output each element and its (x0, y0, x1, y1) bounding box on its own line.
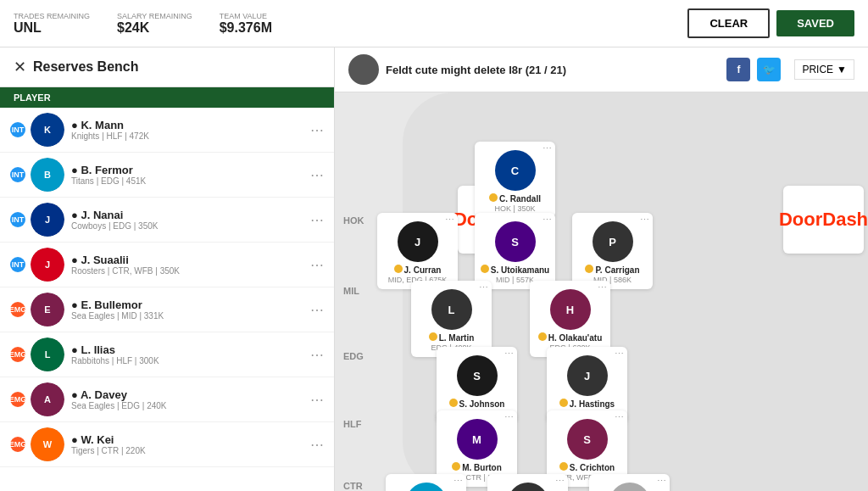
player-name: ● W. Kei (71, 433, 303, 446)
card-options-icon[interactable]: ⋯ (555, 476, 565, 487)
team-value: $9.376M (220, 20, 272, 36)
player-options-icon[interactable]: ⋯ (310, 392, 324, 408)
jersey-circle: B (31, 158, 64, 192)
field-card-martin: ⋯ L L. Martin EDG | 499K (411, 281, 492, 357)
card-avatar: H (550, 289, 591, 330)
team-avatar (348, 54, 379, 85)
card-options-icon[interactable]: ⋯ (598, 282, 607, 293)
player-name: ● E. Bullemor (71, 299, 303, 311)
sidebar: ✕ Reserves Bench PLAYER INT K ● K. Mann … (0, 47, 335, 491)
player-team: Cowboys | EDG | 350K (71, 221, 303, 231)
card-options-icon[interactable]: ⋯ (504, 412, 514, 423)
player-options-icon[interactable]: ⋯ (310, 437, 324, 453)
player-options-icon[interactable]: ⋯ (310, 347, 324, 363)
card-avatar: J (567, 355, 608, 396)
jersey-circle: J (31, 203, 64, 237)
card-name: L. Martin (415, 332, 488, 343)
player-info: ● J. Nanai Cowboys | EDG | 350K (71, 209, 303, 231)
list-item: EMG A ● A. Davey Sea Eagles | EDG | 240K… (0, 377, 334, 422)
card-options-icon[interactable]: ⋯ (615, 349, 624, 360)
card-name: J. Hastings (550, 399, 624, 409)
twitter-button[interactable]: 🐦 (757, 58, 781, 81)
card-options-icon[interactable]: ⋯ (542, 143, 552, 154)
field-card-olakauatu: ⋯ H H. Olakau'atu EDG | 620K (530, 281, 610, 357)
field-card-randall: ⋯ C C. Randall HOK | 350K (475, 142, 555, 218)
player-avatar: A (31, 382, 64, 416)
card-options-icon[interactable]: ⋯ (453, 476, 463, 487)
trades-stat: TRADES REMAINING UNL (14, 12, 90, 36)
card-options-icon[interactable]: ⋯ (640, 215, 649, 226)
player-options-icon[interactable]: ⋯ (310, 302, 324, 318)
player-badge: INT (10, 122, 25, 137)
sidebar-close-icon[interactable]: ✕ (14, 58, 26, 76)
player-name: ● K. Mann (71, 119, 303, 131)
player-avatar: W (31, 427, 64, 461)
price-dropdown[interactable]: PRICE ▼ (794, 59, 854, 80)
card-avatar: M (457, 419, 498, 460)
main-layout: ✕ Reserves Bench PLAYER INT K ● K. Mann … (0, 47, 868, 491)
player-options-icon[interactable]: ⋯ (310, 122, 324, 138)
field-card-curran: ⋯ J J. Curran MID, EDG | 675K (377, 213, 458, 289)
price-label: PRICE (802, 64, 833, 75)
player-badge: INT (10, 212, 25, 227)
salary-value: $24K (117, 20, 192, 36)
player-info: ● A. Davey Sea Eagles | EDG | 240K (71, 388, 303, 410)
list-item: INT K ● K. Mann Knights | HLF | 472K ⋯ (0, 108, 334, 153)
card-avatar: P (593, 221, 633, 262)
salary-stat: SALARY REMAINING $24K (117, 12, 192, 36)
player-team: Roosters | CTR, WFB | 350K (71, 266, 303, 276)
player-team: Sea Eagles | EDG | 240K (71, 401, 303, 410)
field-card-papenhuyzen: ⋯ R R. Papenhuyzen WFB | 636K (487, 474, 568, 491)
saved-button[interactable]: SAVED (776, 10, 854, 36)
player-info: ● K. Mann Knights | HLF | 472K (71, 119, 303, 141)
facebook-button[interactable]: f (726, 58, 750, 81)
card-options-icon[interactable]: ⋯ (479, 282, 488, 293)
field-top-bar: Feldt cute might delete l8r (21 / 21) f … (335, 47, 868, 92)
card-options-icon[interactable]: ⋯ (445, 215, 454, 226)
clear-button[interactable]: CLEAR (687, 8, 770, 38)
player-options-icon[interactable]: ⋯ (310, 212, 324, 228)
list-item: INT J ● J. Nanai Cowboys | EDG | 350K ⋯ (0, 198, 334, 243)
card-options-icon[interactable]: ⋯ (542, 215, 552, 226)
player-name: ● L. Ilias (71, 343, 303, 356)
player-list-header: PLAYER (0, 87, 334, 108)
card-avatar: L (431, 289, 472, 330)
header-actions: CLEAR SAVED (687, 8, 854, 38)
player-avatar: E (31, 293, 64, 326)
card-name: H. Olakau'atu (533, 332, 607, 343)
header: TRADES REMAINING UNL SALARY REMAINING $2… (0, 0, 868, 47)
jersey-circle: K (31, 113, 64, 147)
card-options-icon[interactable]: ⋯ (615, 412, 624, 423)
player-badge: EMG (10, 347, 25, 362)
list-item: INT B ● B. Fermor Titans | EDG | 451K ⋯ (0, 153, 334, 198)
player-info: ● B. Fermor Titans | EDG | 451K (71, 164, 303, 186)
card-name: M. Burton (440, 462, 514, 472)
card-name: J. Curran (381, 265, 454, 275)
player-info: ● J. Suaalii Roosters | CTR, WFB | 350K (71, 254, 303, 276)
jersey-circle: E (31, 293, 64, 326)
player-badge: EMG (10, 392, 25, 407)
list-item: EMG E ● E. Bullemor Sea Eagles | MID | 3… (0, 287, 334, 332)
card-name: C. Randall (478, 193, 552, 204)
player-options-icon[interactable]: ⋯ (310, 167, 324, 183)
player-name: ● J. Nanai (71, 209, 303, 221)
player-options-icon[interactable]: ⋯ (310, 257, 324, 273)
card-avatar: J (398, 221, 438, 262)
football-field: HOK MIL EDG HLF CTR WFB DoorDashDoorDash… (335, 92, 868, 491)
player-info: ● L. Ilias Rabbitohs | HLF | 300K (71, 343, 303, 365)
player-team: Rabbitohs | HLF | 300K (71, 356, 303, 365)
sidebar-header: ✕ Reserves Bench (0, 47, 334, 87)
card-name: P. Carrigan (576, 265, 649, 275)
card-avatar: R (508, 483, 548, 491)
list-item: EMG L ● L. Ilias Rabbitohs | HLF | 300K … (0, 332, 334, 377)
player-info: ● W. Kei Tigers | CTR | 220K (71, 433, 303, 455)
card-options-icon[interactable]: ⋯ (657, 476, 666, 487)
field-card-carrigan: ⋯ P P. Carrigan MID | 586K (572, 213, 653, 289)
jersey-circle: W (31, 427, 64, 461)
chevron-down-icon: ▼ (837, 64, 847, 75)
card-options-icon[interactable]: ⋯ (504, 349, 514, 360)
team-value-label: TEAM VALUE (220, 12, 272, 20)
card-name: S. Johnson (440, 399, 514, 409)
player-team: Titans | EDG | 451K (71, 176, 303, 186)
salary-label: SALARY REMAINING (117, 12, 192, 20)
